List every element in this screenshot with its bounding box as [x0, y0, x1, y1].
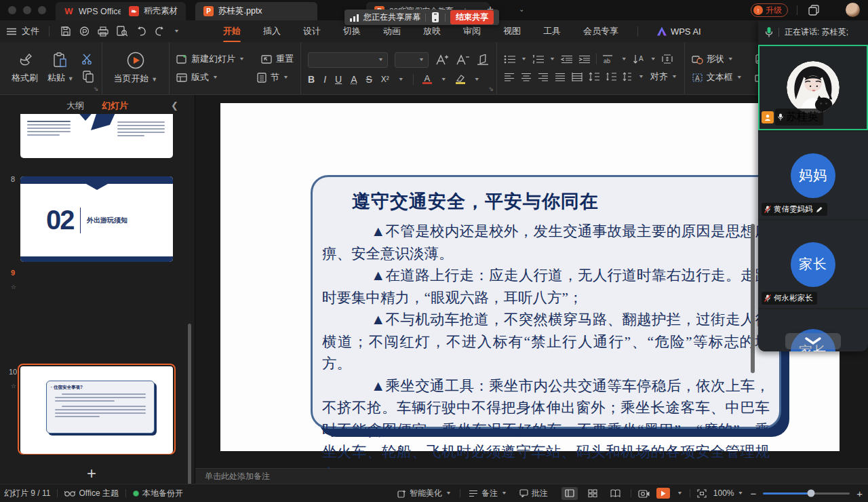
menu-insert[interactable]: 插入	[263, 25, 281, 37]
highlight-chevron-icon[interactable]: ▼	[474, 77, 480, 82]
align-center-icon[interactable]	[521, 73, 532, 81]
zoom-in-button[interactable]: +	[856, 488, 863, 499]
format-painter-button[interactable]: 格式刷	[7, 50, 43, 87]
end-share-button[interactable]: 结束共享	[450, 10, 494, 24]
paste-button[interactable]: 粘贴 ▼	[43, 50, 79, 87]
increase-indent-icon[interactable]	[578, 55, 591, 64]
zoom-out-button[interactable]: −	[750, 488, 756, 499]
slide-sorter-view-button[interactable]	[585, 487, 601, 500]
menu-design[interactable]: 设计	[303, 25, 321, 37]
decrease-font-icon[interactable]	[456, 54, 469, 66]
comments-button[interactable]: 批注	[519, 488, 548, 499]
phonetic-guide-icon[interactable]: ab	[602, 54, 616, 64]
window-close-button[interactable]	[8, 6, 16, 14]
line-spacing-icon[interactable]	[589, 72, 599, 81]
align-left-icon[interactable]	[504, 73, 515, 81]
tab-current-pptx[interactable]: P 苏桂英.pptx	[195, 2, 317, 20]
slide-content-box[interactable]: 遵守交通安全，平安与你同在 ▲不管是校内还是校外，发生交通事故最主要的原因是思想…	[311, 175, 781, 429]
qat-chevron-icon[interactable]: ▼	[174, 28, 180, 34]
shapes-button[interactable]: 形状▼	[692, 53, 734, 65]
paragraph-settings-icon[interactable]	[662, 54, 673, 64]
thumbnail-slide-8[interactable]: 02 外出游玩须知	[20, 176, 173, 262]
window-switcher-icon[interactable]	[808, 5, 819, 16]
align-right-icon[interactable]	[538, 73, 549, 81]
add-slide-button[interactable]: +	[87, 464, 96, 483]
char-spacing-button[interactable]: A	[351, 74, 357, 85]
rename-pencil-icon[interactable]	[816, 206, 823, 213]
new-slide-button[interactable]: 新建幻灯片▼	[176, 53, 245, 65]
menu-view[interactable]: 视图	[503, 25, 521, 37]
text-direction-icon[interactable]: A	[633, 54, 645, 64]
clear-format-icon[interactable]	[476, 54, 490, 65]
undo-icon[interactable]	[136, 26, 146, 36]
font-family-select[interactable]: ▼	[308, 52, 388, 68]
window-minimize-button[interactable]	[23, 6, 31, 14]
participant-tile-partial[interactable]: 家长	[758, 309, 868, 351]
play-from-current-button[interactable]: 当页开始 ▼	[109, 49, 163, 88]
account-avatar[interactable]	[846, 3, 860, 17]
local-backup-toggle[interactable]: 本地备份开	[133, 488, 183, 499]
normal-view-button[interactable]	[561, 487, 578, 500]
fit-slide-button[interactable]	[697, 489, 707, 498]
reading-view-button[interactable]	[608, 487, 624, 500]
layout-button[interactable]: 版式▼	[176, 71, 218, 83]
font-size-select[interactable]: ▼	[395, 52, 429, 68]
thumbnail-slide-7[interactable]	[20, 114, 173, 158]
dialog-launcher-icon[interactable]: ⇘	[94, 85, 99, 92]
tab-list-chevron-icon[interactable]: ⌄	[519, 5, 524, 13]
cut-icon[interactable]	[81, 54, 95, 64]
export-pdf-icon[interactable]	[79, 26, 90, 37]
para-spacing-icon[interactable]	[606, 72, 616, 81]
copy-icon[interactable]	[81, 71, 95, 83]
bold-button[interactable]: B	[308, 74, 315, 85]
notes-bar[interactable]: 单击此处添加备注	[195, 468, 868, 484]
menu-home[interactable]: 开始	[223, 25, 241, 37]
highlight-button[interactable]	[456, 75, 465, 84]
panel-collapse-chevron-icon[interactable]: ❮	[171, 100, 178, 111]
tab-slides[interactable]: 幻灯片	[102, 100, 128, 112]
scroll-more-participants-button[interactable]	[785, 333, 841, 349]
row-spacing-icon[interactable]	[623, 72, 632, 81]
slide-9-canvas[interactable]: 遵守交通安全，平安与你同在 ▲不管是校内还是校外，发生交通事故最主要的原因是思想…	[220, 103, 840, 451]
save-icon[interactable]	[60, 26, 71, 37]
dialog-launcher-icon[interactable]: ⇘	[488, 85, 494, 92]
hamburger-icon[interactable]	[7, 28, 16, 35]
menu-transition[interactable]: 切换	[343, 25, 361, 37]
section-button[interactable]: 节▼	[257, 71, 289, 83]
file-menu[interactable]: 文件	[22, 25, 39, 37]
share-device-icon[interactable]	[431, 12, 440, 22]
print-preview-icon[interactable]	[117, 26, 127, 37]
thumbnail-slide-10[interactable]: · 住宿安全事项?	[20, 368, 173, 454]
decrease-indent-icon[interactable]	[561, 55, 573, 64]
window-zoom-button[interactable]	[38, 6, 46, 14]
redo-icon[interactable]	[155, 26, 165, 36]
distribute-icon[interactable]	[572, 73, 583, 81]
play-options-chevron-icon[interactable]: ▼	[677, 490, 683, 496]
notes-toggle-button[interactable]: 备注▼	[469, 488, 507, 499]
tab-wps-office[interactable]: W WPS Office	[56, 2, 130, 20]
rehearse-record-button[interactable]	[638, 488, 650, 498]
smart-beautify-button[interactable]: 智能美化▼	[397, 488, 452, 499]
justify-icon[interactable]	[555, 73, 566, 81]
textbox-button[interactable]: A 文本框▼	[692, 71, 743, 83]
menu-member[interactable]: 会员专享	[583, 25, 618, 37]
panel-scrollbar[interactable]	[188, 324, 191, 502]
underline-button[interactable]: U	[335, 74, 342, 85]
upgrade-button[interactable]: ↑ 升级	[751, 3, 788, 17]
zoom-level[interactable]: 100%▼	[713, 488, 744, 498]
strikethrough-button[interactable]: S	[366, 74, 372, 85]
font-color-button[interactable]: A	[422, 75, 432, 84]
font-color-chevron-icon[interactable]: ▼	[441, 77, 447, 82]
superscript-button[interactable]: X²	[381, 75, 389, 84]
theme-button[interactable]: Office 主题	[64, 488, 118, 499]
italic-button[interactable]: I	[323, 74, 326, 85]
menu-review[interactable]: 审阅	[463, 25, 481, 37]
reset-button[interactable]: 重置	[261, 53, 294, 65]
bullets-icon[interactable]	[504, 55, 515, 64]
wps-ai-button[interactable]: WPS AI	[657, 26, 701, 37]
participant-tile-sukuiying[interactable]: 苏桂英	[758, 45, 868, 130]
menu-animation[interactable]: 动画	[383, 25, 401, 37]
canvas-scrollbar[interactable]	[751, 224, 755, 373]
zoom-slider-thumb[interactable]	[807, 490, 814, 497]
participant-tile-heyongbin[interactable]: 家长 何永彬家长	[758, 220, 868, 308]
